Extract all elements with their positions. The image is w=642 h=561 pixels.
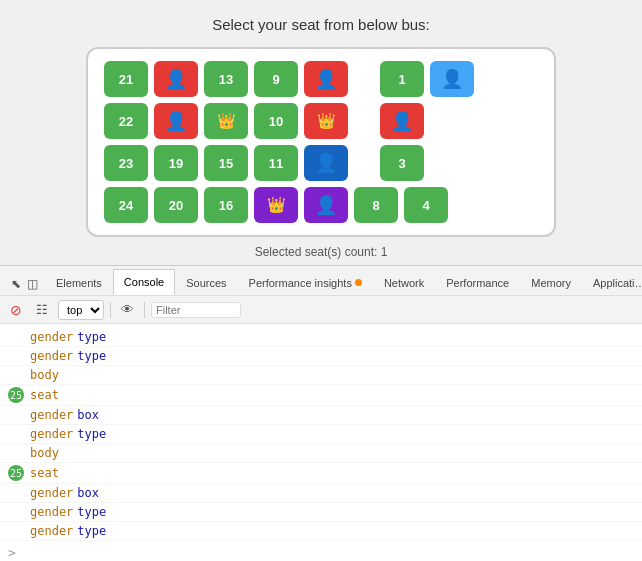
console-output: gender type gender type body 25 seat gen… (0, 324, 642, 561)
context-select[interactable]: top (58, 300, 104, 320)
browser-viewport: Select your seat from below bus: 21 👤 13… (0, 0, 642, 265)
page-title: Select your seat from below bus: (212, 16, 430, 33)
eye-icon[interactable]: 👁 (117, 300, 138, 319)
tab-application[interactable]: Applicati… (582, 269, 642, 295)
console-seat-2: 25 seat (0, 463, 642, 484)
console-log-gender-type-5: gender type (0, 522, 642, 541)
devtools-tabs: ⬉ ◫ Elements Console Sources Performance… (0, 266, 642, 296)
seat-4[interactable]: 4 (404, 187, 448, 223)
seat-crown3[interactable]: 👑 (254, 187, 298, 223)
seat-1[interactable]: 1 (380, 61, 424, 97)
seat-person5[interactable]: 👤 (304, 145, 348, 181)
seat-9[interactable]: 9 (254, 61, 298, 97)
console-log-gender-type-3: gender type (0, 425, 642, 444)
seat-person6[interactable]: 👤 (304, 187, 348, 223)
console-log-gender-type-4: gender type (0, 503, 642, 522)
seat-16[interactable]: 16 (204, 187, 248, 223)
tab-network[interactable]: Network (373, 269, 435, 295)
seat-person3[interactable]: 👤 (154, 103, 198, 139)
seat-19[interactable]: 19 (154, 145, 198, 181)
seat-22[interactable]: 22 (104, 103, 148, 139)
seat-crown1[interactable]: 👑 (204, 103, 248, 139)
console-prompt[interactable]: > (0, 541, 642, 561)
seat-crown2[interactable]: 👑 (304, 103, 348, 139)
selected-count-label: Selected seat(s) count: 1 (255, 245, 388, 259)
seat-8[interactable]: 8 (354, 187, 398, 223)
seat-person4[interactable]: 👤 (380, 103, 424, 139)
seat-13[interactable]: 13 (204, 61, 248, 97)
console-log-gender-type-1: gender type (0, 328, 642, 347)
tab-sources[interactable]: Sources (175, 269, 237, 295)
seat-person1[interactable]: 👤 (154, 61, 198, 97)
seat-badge-2: 25 (8, 465, 24, 481)
filter-input[interactable] (156, 304, 236, 316)
filter-icon[interactable]: ☷ (32, 300, 52, 319)
console-log-gender-box-2: gender box (0, 484, 642, 503)
devtools-inspect-icon[interactable]: ⬉ (8, 275, 24, 293)
seat-24[interactable]: 24 (104, 187, 148, 223)
seat-3[interactable]: 3 (380, 145, 424, 181)
filter-section (151, 302, 241, 318)
seat-15[interactable]: 15 (204, 145, 248, 181)
toolbar-divider-2 (144, 302, 145, 318)
console-log-body-1: body (0, 366, 642, 385)
console-log-gender-type-2: gender type (0, 347, 642, 366)
seat-23[interactable]: 23 (104, 145, 148, 181)
tab-performance[interactable]: Performance (435, 269, 520, 295)
devtools-device-icon[interactable]: ◫ (24, 275, 41, 293)
console-log-body-2: body (0, 444, 642, 463)
seat-selected-person[interactable]: 👤 (430, 61, 474, 97)
performance-dot (355, 279, 362, 286)
console-seat-1: 25 seat (0, 385, 642, 406)
seat-10[interactable]: 10 (254, 103, 298, 139)
seat-person2[interactable]: 👤 (304, 61, 348, 97)
clear-console-icon[interactable]: ⊘ (6, 300, 26, 320)
devtools-panel: ⬉ ◫ Elements Console Sources Performance… (0, 265, 642, 561)
console-log-gender-box-1: gender box (0, 406, 642, 425)
tab-performance-insights[interactable]: Performance insights (238, 269, 373, 295)
seat-21[interactable]: 21 (104, 61, 148, 97)
seat-badge-1: 25 (8, 387, 24, 403)
tab-elements[interactable]: Elements (45, 269, 113, 295)
tab-console[interactable]: Console (113, 269, 175, 295)
prompt-chevron: > (8, 545, 16, 560)
bus-container: 21 👤 13 9 👤 1 👤 22 👤 👑 10 👑 👤 23 19 15 1… (86, 47, 556, 237)
tab-memory[interactable]: Memory (520, 269, 582, 295)
toolbar-divider (110, 302, 111, 318)
seat-11[interactable]: 11 (254, 145, 298, 181)
devtools-toolbar: ⊘ ☷ top 👁 (0, 296, 642, 324)
seat-20[interactable]: 20 (154, 187, 198, 223)
